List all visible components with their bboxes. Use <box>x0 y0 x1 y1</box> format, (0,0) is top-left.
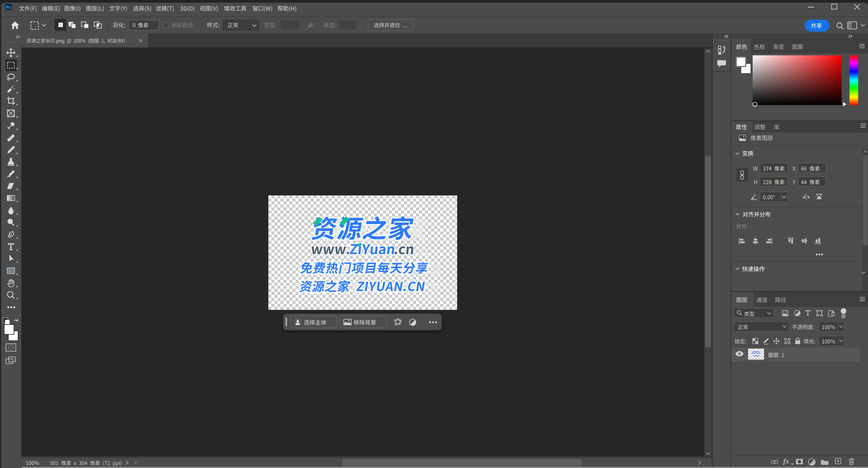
svg-text:Ps: Ps <box>6 5 11 9</box>
